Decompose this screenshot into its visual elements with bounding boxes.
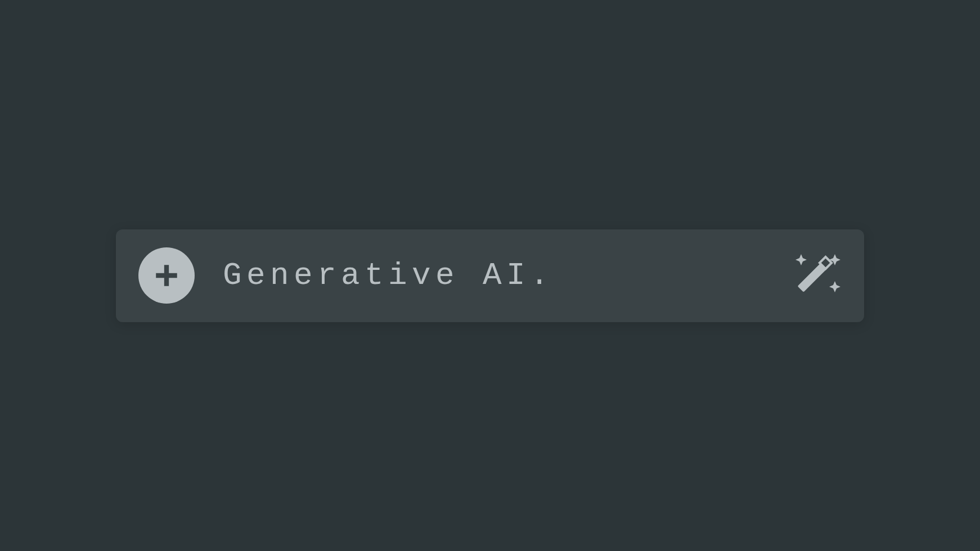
magic-wand-icon [785,247,842,304]
plus-icon [152,261,181,290]
prompt-input[interactable]: Generative AI. [223,258,785,293]
add-button[interactable] [138,247,195,304]
generate-button[interactable] [785,247,842,304]
ai-prompt-bar[interactable]: Generative AI. [116,229,864,322]
